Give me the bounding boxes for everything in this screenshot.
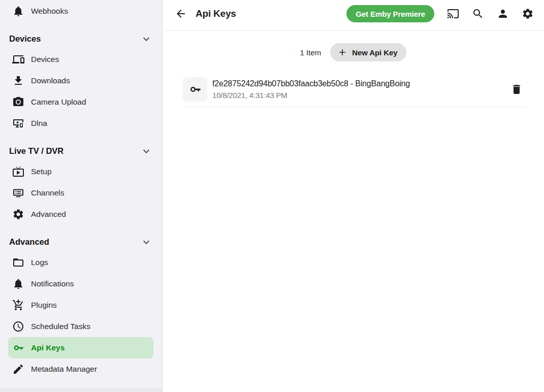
sidebar-item-label: Dlna bbox=[31, 119, 47, 128]
sidebar-item-logs[interactable]: Logs bbox=[0, 252, 162, 273]
key-icon bbox=[12, 342, 24, 354]
sidebar-section-live-tv-dvr[interactable]: Live TV / DVR bbox=[0, 141, 162, 161]
page-header: Api Keys Get Emby Premiere bbox=[163, 0, 544, 31]
api-key-thumb bbox=[183, 77, 207, 102]
pencil-icon bbox=[12, 363, 24, 375]
api-key-date: 10/8/2021, 4:31:43 PM bbox=[212, 91, 410, 100]
sidebar-section-devices[interactable]: Devices bbox=[0, 29, 162, 49]
header-icon-buttons bbox=[447, 8, 534, 20]
sidebar-item-label: Channels bbox=[31, 188, 65, 198]
sidebar-item-devices[interactable]: Devices bbox=[0, 49, 162, 70]
api-key-title: f2e2875242d94b07bb03faacb3eb50c8 - BingB… bbox=[212, 79, 410, 88]
sidebar-section-title: Live TV / DVR bbox=[9, 146, 63, 156]
bell-icon bbox=[12, 278, 24, 290]
sidebar-bottom-shade bbox=[0, 388, 162, 392]
sidebar-item-label: Scheduled Tasks bbox=[31, 322, 90, 331]
clock-icon bbox=[12, 320, 24, 333]
main-area: Api Keys Get Emby Premiere 1 Item New Ap… bbox=[163, 0, 544, 392]
person-icon bbox=[497, 8, 509, 20]
sidebar-item-advanced[interactable]: Advanced bbox=[0, 204, 162, 225]
bell-icon bbox=[12, 5, 24, 17]
page-title: Api Keys bbox=[196, 8, 236, 19]
sidebar-item-scheduled-tasks[interactable]: Scheduled Tasks bbox=[0, 316, 162, 337]
chevron-down-icon bbox=[140, 145, 152, 157]
api-keys-content: 1 Item New Api Key f2e2875242d94b07bb03f… bbox=[163, 31, 544, 392]
sidebar-item-label: Camera Upload bbox=[31, 97, 86, 107]
chevron-down-icon bbox=[140, 236, 152, 248]
emby-admin-app: WebhooksDevicesDevicesDownloadsCamera Up… bbox=[0, 0, 544, 392]
sidebar-item-channels[interactable]: Channels bbox=[0, 182, 162, 204]
tv-setup-icon bbox=[12, 166, 24, 178]
cast-icon bbox=[447, 8, 459, 20]
sidebar-item-label: Advanced bbox=[31, 210, 66, 219]
sidebar-item-api-keys[interactable]: Api Keys bbox=[8, 337, 153, 358]
sidebar-item-label: Setup bbox=[31, 167, 52, 176]
sidebar-item-webhooks[interactable]: Webhooks bbox=[0, 1, 162, 22]
sidebar: WebhooksDevicesDevicesDownloadsCamera Up… bbox=[0, 0, 163, 392]
sidebar-item-label: Downloads bbox=[31, 76, 70, 85]
cart-plus-icon bbox=[12, 299, 24, 311]
sidebar-item-label: Logs bbox=[31, 258, 48, 267]
person-button[interactable] bbox=[497, 8, 509, 20]
key-icon bbox=[188, 83, 202, 96]
search-button[interactable] bbox=[472, 8, 484, 20]
arrow-left-icon bbox=[175, 8, 187, 20]
gear-button[interactable] bbox=[522, 8, 534, 20]
gear-icon bbox=[522, 8, 534, 20]
sidebar-item-setup[interactable]: Setup bbox=[0, 161, 162, 182]
plus-icon bbox=[337, 47, 347, 57]
gear-icon bbox=[12, 208, 24, 220]
sidebar-section-title: Advanced bbox=[9, 237, 49, 247]
sidebar-item-label: Api Keys bbox=[31, 343, 65, 352]
api-key-list: f2e2875242d94b07bb03faacb3eb50c8 - BingB… bbox=[183, 77, 528, 107]
sidebar-item-dlna[interactable]: Dlna bbox=[0, 113, 162, 134]
sidebar-item-label: Devices bbox=[31, 55, 59, 64]
item-count-label: 1 Item bbox=[300, 48, 322, 57]
sidebar-item-label: Metadata Manager bbox=[31, 365, 97, 374]
delete-api-key-button[interactable] bbox=[510, 83, 523, 95]
new-api-key-label: New Api Key bbox=[352, 48, 397, 57]
header-actions: Get Emby Premiere bbox=[346, 5, 534, 22]
sidebar-item-label: Webhooks bbox=[31, 7, 68, 16]
new-api-key-button[interactable]: New Api Key bbox=[330, 43, 406, 61]
sidebar-item-metadata-manager[interactable]: Metadata Manager bbox=[0, 358, 162, 380]
chevron-down-icon bbox=[140, 33, 152, 45]
channels-icon bbox=[12, 187, 24, 199]
sidebar-item-label: Notifications bbox=[31, 279, 74, 288]
api-key-row[interactable]: f2e2875242d94b07bb03faacb3eb50c8 - BingB… bbox=[183, 77, 528, 107]
api-key-info: f2e2875242d94b07bb03faacb3eb50c8 - BingB… bbox=[212, 79, 410, 100]
cast-button[interactable] bbox=[447, 8, 459, 20]
api-keys-toolbar: 1 Item New Api Key bbox=[163, 43, 544, 61]
sidebar-item-label: Plugins bbox=[31, 301, 57, 310]
camera-icon bbox=[12, 96, 24, 108]
sidebar-item-notifications[interactable]: Notifications bbox=[0, 273, 162, 295]
sidebar-item-camera-upload[interactable]: Camera Upload bbox=[0, 91, 162, 113]
folder-icon bbox=[12, 256, 24, 269]
trash-icon bbox=[510, 83, 523, 95]
sidebar-item-plugins[interactable]: Plugins bbox=[0, 295, 162, 316]
sidebar-nav-list: WebhooksDevicesDevicesDownloadsCamera Up… bbox=[0, 1, 162, 380]
sidebar-section-title: Devices bbox=[9, 34, 41, 44]
sidebar-item-downloads[interactable]: Downloads bbox=[0, 70, 162, 91]
search-icon bbox=[472, 8, 484, 20]
sidebar-section-advanced[interactable]: Advanced bbox=[0, 232, 162, 252]
get-emby-premiere-button[interactable]: Get Emby Premiere bbox=[346, 5, 434, 22]
download-icon bbox=[12, 75, 24, 87]
back-button[interactable] bbox=[175, 8, 187, 20]
devices-icon bbox=[12, 53, 24, 66]
dlna-icon bbox=[12, 117, 24, 129]
